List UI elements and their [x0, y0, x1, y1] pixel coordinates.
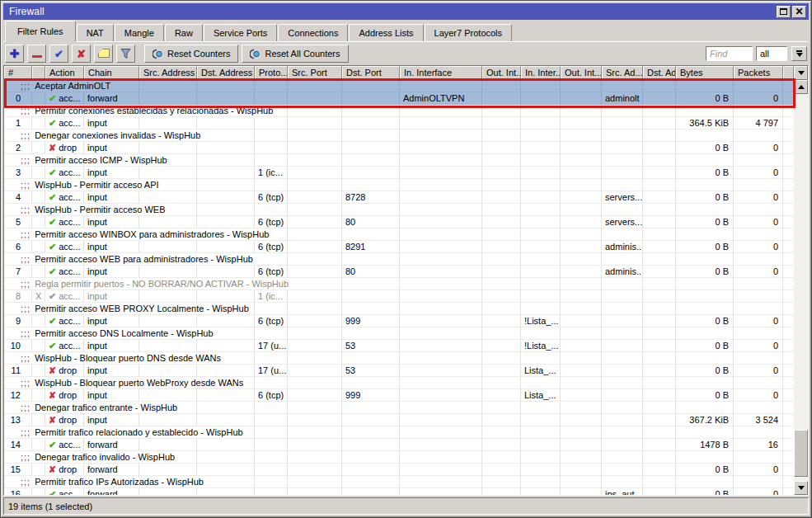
filter-button[interactable] — [116, 45, 135, 63]
cell-packets: 4 797 — [734, 117, 783, 130]
cell-proto — [255, 80, 288, 92]
rule-row[interactable]: 15✘dropforward0 B0 — [4, 464, 794, 476]
cell-src_ad — [602, 117, 643, 130]
comment-row[interactable]: ;;;Permitir acceso WINBOX para administr… — [4, 228, 794, 241]
column-header-src_port[interactable]: Src. Port — [288, 66, 342, 80]
column-header-num[interactable]: # — [4, 66, 32, 80]
comment-button[interactable] — [94, 45, 113, 63]
accept-icon: ✔ — [49, 341, 56, 351]
cell-out_int — [482, 130, 521, 142]
rule-row[interactable]: 3✔acc...input1 (ic...0 B0 — [4, 167, 794, 179]
tab-filter-rules[interactable]: Filter Rules — [5, 21, 76, 41]
rule-row[interactable]: 4✔acc...input6 (tcp)8728servers...0 B0 — [4, 191, 794, 204]
cell-spacer — [783, 80, 794, 92]
cell-dst_ad — [643, 451, 676, 464]
comment-row[interactable]: ;;;Permitir conexiones establecidas y re… — [4, 105, 794, 117]
comment-row[interactable]: ;;;Permitir trafico relacionado y establ… — [4, 426, 794, 439]
column-header-dst_address[interactable]: Dst. Address — [197, 66, 255, 80]
rule-row[interactable]: 11✘dropinput17 (u...53Lista_...0 B0 — [4, 365, 794, 377]
column-header-out_int2[interactable]: Out. Int... — [561, 66, 602, 80]
column-header-flags[interactable] — [32, 66, 45, 80]
column-header-bytes[interactable]: Bytes — [676, 66, 734, 80]
rule-row[interactable]: 5✔acc...input6 (tcp)80servers...0 B0 — [4, 216, 794, 228]
filter-scope-select[interactable]: all — [756, 46, 787, 61]
comment-row[interactable]: ;;;Permitir trafico IPs Autorizadas - Wi… — [4, 476, 794, 488]
comment-row[interactable]: ;;;Permitir acceso DNS Localmente - Wisp… — [4, 327, 794, 340]
tab-address-lists[interactable]: Address Lists — [349, 24, 423, 41]
rule-row[interactable]: 8X✔acc...input1 (ic... — [4, 290, 794, 303]
scrollbar-thumb[interactable] — [794, 430, 808, 477]
cell-action: ✔acc... — [45, 92, 84, 105]
rule-row[interactable]: 12✘dropinput6 (tcp)999Lista_...0 B0 — [4, 389, 794, 402]
comment-row[interactable]: ;;;Denegar trafico invalido - WispHub — [4, 451, 794, 464]
rule-row[interactable]: 7✔acc...input6 (tcp)80adminis...0 B0 — [4, 266, 794, 278]
rule-row[interactable]: 0✔acc...forwardAdminOLTVPNadminolt0 B0 — [4, 92, 794, 105]
rule-row[interactable]: 16✔acc...forwardips_aut...0 B0 — [4, 488, 794, 495]
close-button[interactable]: ✕ — [792, 6, 806, 18]
tab-service-ports[interactable]: Service Ports — [204, 24, 277, 41]
cell-dst_address — [197, 216, 255, 228]
rule-row[interactable]: 2✘dropinput0 B0 — [4, 142, 794, 154]
maximize-button[interactable] — [777, 6, 791, 18]
column-header-src_address[interactable]: Src. Address — [139, 66, 197, 80]
rule-row[interactable]: 13✘dropinput367.2 KiB3 524 — [4, 414, 794, 426]
vertical-scrollbar[interactable] — [794, 80, 808, 495]
reset-counters-button[interactable]: Reset Counters — [144, 45, 238, 63]
rule-row[interactable]: 14✔acc...forward1478 B16 — [4, 439, 794, 451]
cell-out_int2 — [561, 290, 602, 303]
rule-row[interactable]: 1✔acc...input364.5 KiB4 797 — [4, 117, 794, 130]
add-button[interactable]: ✚ — [5, 45, 24, 63]
column-select-button[interactable] — [794, 66, 808, 80]
comment-row[interactable]: ;;;Permitir acceso WEB PROXY Localmente … — [4, 303, 794, 315]
tab-mangle[interactable]: Mangle — [115, 24, 164, 41]
column-header-proto[interactable]: Proto... — [255, 66, 288, 80]
comment-row[interactable]: ;;;Denegar conexiones invalidas - WispHu… — [4, 130, 794, 142]
comment-row[interactable]: ;;;WispHub - Bloquear puerto WebProxy de… — [4, 377, 794, 389]
cell-action: ✔acc... — [45, 315, 84, 327]
rule-row[interactable]: 6✔acc...input6 (tcp)8291adminis...0 B0 — [4, 241, 794, 253]
enable-button[interactable]: ✔ — [49, 45, 68, 63]
comment-row[interactable]: ;;;Permitir acceso ICMP - WispHub — [4, 154, 794, 167]
column-header-in_interface[interactable]: In. Interface — [400, 66, 482, 80]
remove-button[interactable] — [27, 45, 46, 63]
cell-bytes — [676, 377, 734, 389]
rule-row[interactable]: 9✔acc...input6 (tcp)999!Lista_...0 B0 — [4, 315, 794, 327]
column-header-chain[interactable]: Chain — [84, 66, 139, 80]
comment-row[interactable]: ;;;WispHub - Bloquear puerto DNS desde W… — [4, 352, 794, 365]
rule-row[interactable]: 10✔acc...input17 (u...53!Lista_...0 B0 — [4, 340, 794, 352]
comment-row[interactable]: ;;;WispHub - Permitir acceso API — [4, 179, 794, 191]
column-header-spacer[interactable] — [783, 66, 794, 80]
comment-row[interactable]: ;;;Aceptar AdminOLT — [4, 80, 794, 92]
cell-in_interface — [400, 130, 482, 142]
column-header-packets[interactable]: Packets — [734, 66, 783, 80]
tab-nat[interactable]: NAT — [77, 24, 114, 41]
cell-out_int2 — [561, 414, 602, 426]
tab-raw[interactable]: Raw — [165, 24, 203, 41]
column-header-action[interactable]: Action — [45, 66, 84, 80]
comment-row[interactable]: ;;;Regla permitir puertos - NO BORRAR/NO… — [4, 278, 794, 290]
column-header-in_inter[interactable]: In. Inter... — [521, 66, 561, 80]
column-header-dst_ad[interactable]: Dst. Ad... — [643, 66, 676, 80]
tab-layer7-protocols[interactable]: Layer7 Protocols — [425, 24, 513, 41]
cell-src_address — [139, 488, 197, 495]
tab-connections[interactable]: Connections — [278, 24, 348, 41]
comment-row[interactable]: ;;;Denegar trafico entrante - WispHub — [4, 402, 794, 414]
disable-button[interactable]: ✘ — [72, 45, 91, 63]
column-header-out_int[interactable]: Out. Int... — [482, 66, 521, 80]
comment-row[interactable]: ;;;WispHub - Permitir acceso WEB — [4, 204, 794, 216]
cell-dst_port — [342, 426, 400, 439]
scroll-up-button[interactable] — [794, 80, 808, 94]
titlebar[interactable]: Firewall ✕ — [3, 3, 809, 20]
column-header-src_ad[interactable]: Src. Ad... — [602, 66, 643, 80]
cell-out_int2 — [561, 303, 602, 315]
cell-num: 11 — [4, 365, 32, 377]
column-header-dst_port[interactable]: Dst. Port — [342, 66, 400, 80]
comment-row[interactable]: ;;;Permitir acceso WEB para administrado… — [4, 253, 794, 266]
reset-all-counters-button[interactable]: Reset All Counters — [242, 45, 348, 63]
rule-comment: ;;;Permitir trafico IPs Autorizadas - Wi… — [21, 476, 207, 487]
cell-out_int — [482, 327, 521, 340]
cell-action: ✔acc... — [45, 290, 84, 303]
find-input[interactable] — [706, 46, 753, 61]
filter-scope-dropdown-button[interactable] — [791, 46, 807, 61]
scroll-down-button[interactable] — [794, 481, 808, 495]
